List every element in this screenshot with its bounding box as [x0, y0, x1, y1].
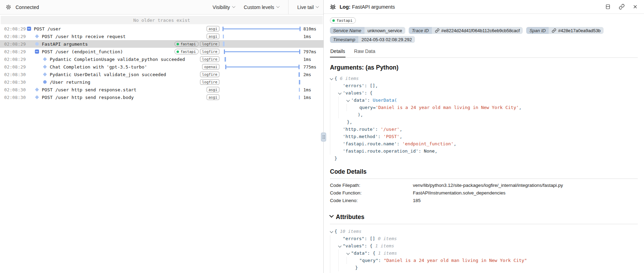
panel-resize-grip[interactable]: [321, 133, 326, 142]
code-token: 1 items: [375, 243, 394, 248]
span-kind-icon: [34, 96, 39, 99]
code-token: [],: [370, 83, 378, 88]
custom-levels-label: Custom levels: [244, 4, 274, 10]
code-detail-row: Code Filepath:venv/lib/python3.12/site-p…: [330, 182, 638, 189]
tab-details[interactable]: Details: [330, 47, 345, 57]
trace-row[interactable]: 02:08:29Pydantic CompletionUsage validat…: [0, 55, 323, 63]
span-diamond-icon: [35, 34, 39, 38]
metadata-row: Timestamp2024-05-03 02:08:29.292: [330, 36, 638, 43]
green-dot-icon: [177, 43, 179, 45]
chevron-down-icon: [232, 4, 235, 8]
trace-row[interactable]: 02:08:30POST /user http send response.st…: [0, 86, 323, 93]
tree-collapse-chevron-icon[interactable]: [330, 75, 334, 82]
green-dot-icon: [332, 19, 335, 22]
close-icon: [633, 4, 638, 9]
code-details-rows: Code Filepath:venv/lib/python3.12/site-p…: [330, 182, 638, 204]
close-panel-button[interactable]: [632, 3, 638, 10]
code-token: 0 items: [378, 236, 397, 241]
log-detail-header: Log: FastAPI arguments: [324, 0, 644, 14]
tag-fastapi[interactable]: fastapi: [330, 17, 356, 24]
trace-row[interactable]: 02:08:29POST /user (endpoint_function)fa…: [0, 48, 323, 55]
span-diamond-icon: [43, 72, 47, 76]
duration-label: 1ms: [303, 34, 323, 39]
code-token: :: [364, 90, 370, 95]
indent-spacer: [26, 82, 42, 82]
code-token: },: [347, 119, 352, 125]
collapse-toggle[interactable]: [26, 27, 31, 31]
indent-guide: [338, 111, 347, 118]
trace-timestamp: 02:08:30: [4, 80, 26, 85]
indent-guide: [330, 97, 338, 104]
trace-row[interactable]: 02:08:29POST /user http receive requesta…: [0, 33, 323, 40]
code-token: ,: [399, 134, 402, 139]
duration-label: 775ms: [303, 64, 323, 70]
badge-logfire: logfire: [200, 41, 219, 47]
trace-row[interactable]: 02:08:29FastAPI argumentsfastapilogfire: [0, 40, 323, 48]
indent-guide: [330, 133, 338, 140]
meta-badge-timestamp: Timestamp2024-05-03 02:08:29.292: [330, 36, 415, 43]
tree-collapse-chevron-icon[interactable]: [347, 97, 351, 104]
duration-tick: [223, 42, 225, 46]
indent-spacer: [26, 90, 34, 90]
badge-asgi: asgi: [207, 87, 219, 92]
trace-row[interactable]: 02:08:29POST /userasgi810ms: [0, 25, 323, 33]
custom-levels-dropdown[interactable]: Custom levels: [244, 4, 279, 10]
trace-list: 02:08:29POST /userasgi810ms02:08:29POST …: [0, 25, 323, 273]
trace-row[interactable]: 02:08:30POST /user http send response.bo…: [0, 93, 323, 101]
tab-raw-data[interactable]: Raw Data: [354, 47, 376, 57]
attributes-heading[interactable]: Attributes: [330, 213, 638, 221]
code-line: ),: [330, 111, 638, 118]
code-line: { 10 items: [330, 228, 638, 235]
tree-collapse-chevron-icon[interactable]: [338, 242, 343, 249]
span-badges: asgi: [207, 26, 219, 31]
code-token: None: [424, 148, 435, 154]
badge-logfire: logfire: [200, 72, 219, 77]
link-icon: [552, 28, 556, 33]
duration-track: [222, 93, 301, 101]
visibility-dropdown[interactable]: Visibility: [212, 4, 235, 10]
code-line: { 6 items: [330, 75, 638, 82]
badge-fastapi: fastapi: [174, 41, 198, 47]
trace-row[interactable]: 02:08:30/User returninglogfire: [0, 78, 323, 86]
code-token: {: [370, 243, 375, 248]
panel-layout-icon: [605, 4, 611, 10]
duration-bar: [224, 49, 300, 54]
trace-row[interactable]: 02:08:29Chat Completion with 'gpt-3.5-tu…: [0, 63, 323, 71]
code-detail-label: Code Filepath:: [330, 182, 413, 189]
indent-guide: [347, 104, 355, 111]
visibility-label: Visibility: [212, 4, 230, 10]
span-name: /User returning: [50, 80, 200, 85]
badge-asgi: asgi: [207, 94, 219, 100]
duration-track: [222, 40, 301, 48]
code-token: :: [367, 251, 373, 256]
trace-row[interactable]: 02:08:30Pydantic UserDetail validate_jso…: [0, 71, 323, 78]
tree-collapse-chevron-icon[interactable]: [330, 228, 334, 235]
detail-tabs: DetailsRaw Data: [330, 47, 638, 58]
code-token: "Daniel is a 24 year old man living in N…: [383, 258, 527, 263]
meta-badge-label: Service Name: [330, 27, 364, 34]
settings-gear-button[interactable]: [5, 3, 12, 11]
span-badges: logfire: [200, 56, 219, 62]
toggle-panel-layout-button[interactable]: [604, 3, 612, 10]
span-name: FastAPI arguments: [42, 42, 174, 47]
code-detail-label: Code Lineno:: [330, 197, 413, 204]
span-name: Pydantic UserDetail validate_json succee…: [50, 72, 200, 77]
indent-guide: [330, 235, 338, 242]
code-detail-value: 185: [413, 197, 421, 204]
live-tail-select[interactable]: Live tail: [297, 4, 319, 10]
trace-timestamp: 02:08:29: [4, 57, 26, 62]
tree-collapse-chevron-icon[interactable]: [338, 89, 343, 97]
tree-collapse-chevron-icon[interactable]: [347, 249, 351, 257]
indent-guide: [330, 104, 338, 111]
indent-guide: [338, 97, 347, 104]
live-tail-label: Live tail: [297, 4, 314, 10]
code-token: ),: [358, 112, 363, 117]
collapse-toggle[interactable]: [34, 49, 39, 54]
indent-guide: [330, 271, 338, 273]
link-icon: [619, 4, 625, 10]
code-detail-row: Code Function:FastAPIInstrumentation.sol…: [330, 189, 638, 197]
indent-guide: [330, 264, 338, 271]
meta-badge-value[interactable]: #428e17a0ea9ad53b: [549, 27, 604, 34]
copy-link-button[interactable]: [618, 3, 625, 10]
meta-badge-value[interactable]: #e8224d24d41f064b112c6eb9cb58cacf: [432, 27, 523, 34]
